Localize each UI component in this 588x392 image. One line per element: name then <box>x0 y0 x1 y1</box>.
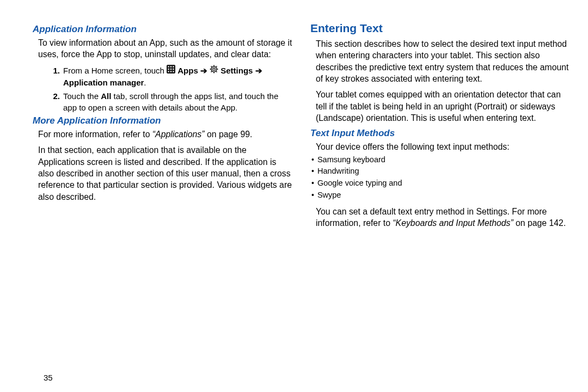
paragraph-more-body: In that section, each application that i… <box>38 144 294 203</box>
heading-entering-text: Entering Text <box>310 22 572 35</box>
step-number: 2. <box>38 90 63 102</box>
list-item: Samsung keyboard <box>311 154 572 166</box>
steps-list: 1. From a Home screen, touch <box>38 65 294 114</box>
step1-prefix: From a Home screen, touch <box>63 66 167 75</box>
label-all-tab: All <box>101 91 111 101</box>
settings-gear-icon <box>210 65 218 76</box>
step-body: Touch the All tab, scroll through the ap… <box>63 90 294 113</box>
label-apps: Apps <box>177 66 200 75</box>
paragraph-methods-intro: Your device offers the following text in… <box>316 141 572 152</box>
list-item: Google voice typing and <box>311 177 572 189</box>
more-text-b: on page 99. <box>205 130 253 139</box>
apps-grid-icon <box>167 65 175 76</box>
ref-applications: “Applications” <box>152 130 205 139</box>
svg-line-18 <box>216 66 217 68</box>
svg-line-17 <box>211 71 212 72</box>
left-column: Application Information To view informat… <box>33 22 310 381</box>
outro-text-b: on page 142. <box>513 218 566 228</box>
arrow-icon: ➔ <box>255 66 262 75</box>
paragraph-entering-text-1: This section describes how to select the… <box>316 38 572 84</box>
paragraph-entering-text-2: Your tablet comes equipped with an orien… <box>316 89 572 124</box>
ref-keyboards: “Keyboards and Input Methods” <box>393 218 513 228</box>
svg-rect-4 <box>168 69 169 70</box>
list-item: Handwriting <box>311 166 572 177</box>
page-number: 35 <box>44 373 53 382</box>
step-1: 1. From a Home screen, touch <box>38 65 294 89</box>
step-body: From a Home screen, touch Apps ➔ <box>63 65 294 89</box>
svg-line-16 <box>216 71 217 72</box>
label-settings: Settings <box>220 66 255 75</box>
paragraph-outro: You can set a default text entry method … <box>316 206 572 229</box>
svg-rect-2 <box>170 66 171 68</box>
heading-more-application-information: More Application Information <box>33 115 294 126</box>
heading-text-input-methods: Text Input Methods <box>310 128 572 139</box>
input-methods-list: Samsung keyboard Handwriting Google voic… <box>311 154 572 201</box>
arrow-icon: ➔ <box>200 66 207 75</box>
paragraph-more-ref: For more information, refer to “Applicat… <box>38 128 294 140</box>
step-number: 1. <box>38 65 63 76</box>
svg-line-15 <box>211 66 212 68</box>
more-text-a: For more information, refer to <box>38 130 152 139</box>
manual-page: Application Information To view informat… <box>0 0 588 392</box>
svg-rect-3 <box>173 66 174 68</box>
svg-rect-1 <box>168 66 169 68</box>
svg-rect-9 <box>173 71 174 72</box>
svg-rect-7 <box>168 71 169 72</box>
svg-rect-6 <box>173 69 174 70</box>
svg-point-10 <box>211 66 217 72</box>
list-item: Swype <box>311 189 572 201</box>
step2-text-a: Touch the <box>63 91 101 101</box>
step-2: 2. Touch the All tab, scroll through the… <box>38 90 294 113</box>
svg-rect-8 <box>170 71 171 72</box>
heading-application-information: Application Information <box>33 24 294 35</box>
label-application-manager: Application manager <box>63 78 144 87</box>
paragraph-app-info-intro: To view information about an App, such a… <box>38 37 294 60</box>
right-column: Entering Text This section describes how… <box>310 22 572 381</box>
svg-rect-5 <box>170 69 171 70</box>
svg-point-19 <box>213 68 215 70</box>
